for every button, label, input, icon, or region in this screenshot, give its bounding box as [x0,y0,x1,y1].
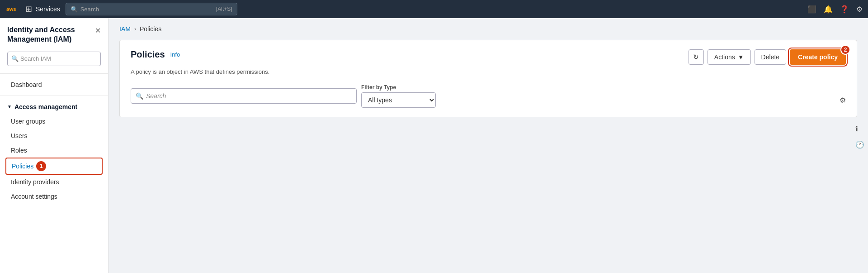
global-search-icon: 🔍 [71,6,78,13]
breadcrumb-separator: › [134,26,136,32]
sidebar-close-button[interactable]: ✕ [95,26,101,35]
filter-search-icon: 🔍 [136,92,143,100]
right-info-icon[interactable]: ℹ [854,123,866,135]
svg-text:aws: aws [6,6,16,12]
sidebar-search-icon: 🔍 [11,55,19,62]
top-nav: aws ⊞ Services 🔍 [Alt+S] ⬛ 🔔 ❓ ⚙ [0,0,868,18]
sidebar: Identity and Access Management (IAM) ✕ 🔍… [0,18,108,273]
services-label[interactable]: Services [36,5,60,13]
right-clock-icon[interactable]: 🕐 [854,139,866,151]
breadcrumb: IAM › Policies [119,25,857,33]
actions-label: Actions [714,53,735,61]
help-icon[interactable]: ❓ [840,5,849,14]
access-management-header[interactable]: ▼ Access management [0,100,108,114]
delete-button[interactable]: Delete [755,49,786,65]
policies-header-right: ↻ Actions ▼ Delete Create policy 2 [689,49,846,65]
filter-row: 🔍 Filter by Type All types AWS managed C… [131,84,846,108]
policies-panel-title: Policies [131,49,165,60]
sidebar-item-dashboard[interactable]: Dashboard [0,77,108,92]
filter-controls: 🔍 Filter by Type All types AWS managed C… [131,84,834,108]
page-layout: Identity and Access Management (IAM) ✕ 🔍… [0,18,868,273]
global-search-input[interactable] [80,6,214,13]
sidebar-item-policies[interactable]: Policies 1 [5,158,103,175]
policies-panel: Policies Info ↻ Actions ▼ Delete Create … [119,40,857,117]
main-content: IAM › Policies Policies Info ↻ Actions ▼… [108,18,868,273]
create-policy-label: Create policy [798,53,838,61]
filter-type-select[interactable]: All types AWS managed Customer managed J… [361,92,436,108]
step1-badge: 1 [36,161,46,171]
search-input-wrap[interactable]: 🔍 [131,88,357,104]
actions-chevron-icon: ▼ [738,53,744,61]
breadcrumb-iam-link[interactable]: IAM [119,25,131,33]
chevron-down-icon: ▼ [7,104,12,109]
grid-icon[interactable]: ⊞ [25,4,32,14]
sidebar-item-account-settings[interactable]: Account settings [0,189,108,204]
sidebar-item-identity-providers[interactable]: Identity providers [0,175,108,189]
column-settings-button[interactable]: ⚙ [840,92,846,108]
sidebar-title: Identity and Access Management (IAM) [7,25,95,44]
create-policy-button[interactable]: Create policy 2 [790,49,846,65]
policies-panel-header: Policies Info ↻ Actions ▼ Delete Create … [131,49,846,65]
info-link[interactable]: Info [170,51,180,58]
sidebar-section-divider [0,96,108,96]
right-panel-icons: ℹ 🕐 [852,119,868,154]
filter-by-type-label: Filter by Type [361,84,436,91]
policies-header-left: Policies Info [131,49,180,60]
terminal-icon[interactable]: ⬛ [807,5,816,14]
sidebar-item-users[interactable]: Users [0,129,108,143]
policy-search-input[interactable] [146,92,352,100]
sidebar-item-user-groups[interactable]: User groups [0,114,108,129]
search-shortcut: [Alt+S] [216,6,232,12]
bell-icon[interactable]: 🔔 [824,5,833,14]
step2-badge: 2 [840,45,850,55]
policies-description: A policy is an object in AWS that define… [131,68,846,75]
sidebar-item-roles[interactable]: Roles [0,143,108,158]
breadcrumb-current: Policies [140,25,161,33]
sidebar-divider [0,73,108,74]
policies-label: Policies [12,163,33,170]
filter-type-select-wrap: Filter by Type All types AWS managed Cus… [361,84,436,108]
nav-icons: ⬛ 🔔 ❓ ⚙ [807,5,863,14]
actions-button[interactable]: Actions ▼ [708,49,751,65]
access-management-label: Access management [14,103,77,110]
sidebar-search-input[interactable] [20,55,97,62]
sidebar-header: Identity and Access Management (IAM) ✕ [0,25,108,52]
aws-logo[interactable]: aws [5,1,22,17]
global-search-bar[interactable]: 🔍 [Alt+S] [66,3,237,15]
refresh-button[interactable]: ↻ [689,49,704,65]
settings-icon[interactable]: ⚙ [856,5,863,14]
sidebar-search-bar[interactable]: 🔍 [7,52,101,66]
